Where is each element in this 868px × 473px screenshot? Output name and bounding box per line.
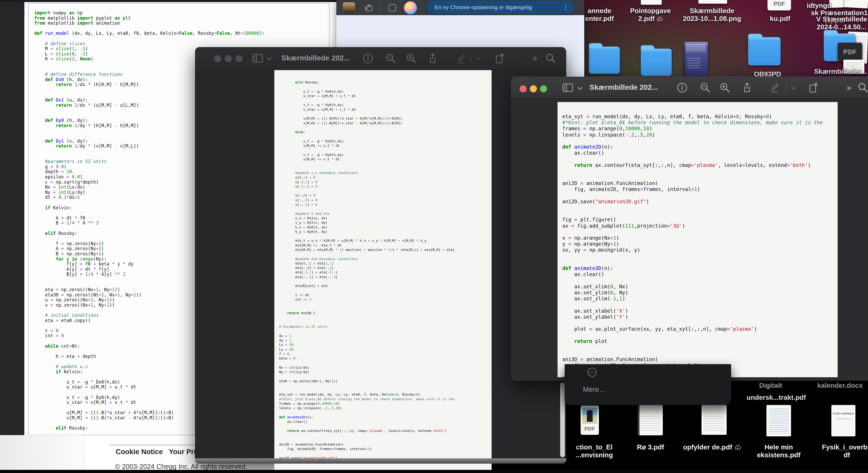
cookie-notice-link[interactable]: Cookie Notice — [116, 448, 163, 456]
pdf-file-icon[interactable] — [702, 405, 727, 435]
zoom-out-icon[interactable] — [385, 53, 396, 64]
preview-window-right: Skærmbillede 202... » eta_xyt = run_mode… — [511, 77, 868, 381]
sidebar-toggle-icon[interactable] — [562, 82, 573, 93]
desktop-file-label[interactable]: ction_to_El...envisning — [571, 443, 618, 459]
sidebar-toggle-icon[interactable] — [252, 53, 263, 64]
zoom-in-icon[interactable] — [719, 82, 730, 93]
desktop-file-label[interactable]: ku.pdf — [762, 15, 798, 23]
pdf-sticker-icon[interactable]: PDF — [838, 43, 862, 61]
desktop-file-label[interactable]: undersk...trakt.pdf — [747, 394, 806, 401]
desktop-file-label[interactable]: Digitalt — [759, 381, 782, 389]
more-toolbar-icon[interactable]: » — [532, 53, 538, 63]
screen: PDF annedeenter.pdf Pointopgave 2.pdf Sk… — [0, 0, 868, 473]
code-line: v[:,-2] = 0 — [279, 198, 492, 202]
minimize-button[interactable] — [225, 55, 232, 62]
code-line: v[:,-1] = 0 — [279, 202, 492, 207]
profile-avatar[interactable] — [404, 1, 417, 14]
folder-icon[interactable] — [589, 46, 620, 74]
minimize-button[interactable] — [530, 85, 537, 92]
close-button[interactable] — [214, 55, 221, 62]
code-line — [279, 252, 492, 257]
zoom-in-icon[interactable] — [406, 53, 417, 64]
code-line: Lx = 10. — [279, 342, 492, 347]
markup-pencil-icon[interactable] — [456, 53, 467, 64]
previewed-image[interactable]: elif Rossby: u_t = -g * Dx0(h,dx) u_star… — [274, 70, 492, 473]
zoom-button[interactable] — [540, 85, 547, 92]
code-line: #update eta boundary conditions — [279, 257, 492, 261]
folder-icon[interactable] — [641, 49, 672, 76]
code-line — [279, 134, 492, 139]
desktop-file-label[interactable]: Skærmbillede2023-10...1.08.png — [678, 7, 746, 23]
code-line — [279, 234, 492, 238]
desktop-file-label[interactable]: kalender.docx — [817, 381, 863, 389]
desktop-file-label[interactable]: Pointopgave 2.pdf — [627, 7, 674, 23]
chevron-down-icon[interactable] — [577, 86, 583, 90]
code-line — [562, 277, 838, 283]
code-line — [279, 433, 492, 437]
code-line — [279, 329, 492, 333]
code-line — [562, 259, 838, 265]
info-icon[interactable] — [363, 53, 374, 64]
code-line — [562, 205, 838, 211]
book-icon[interactable] — [684, 42, 708, 76]
kebab-menu-icon[interactable]: ⋮ — [562, 4, 575, 11]
info-icon[interactable] — [677, 82, 688, 93]
window-top-edge — [0, 0, 336, 2]
folder-icon[interactable] — [748, 37, 781, 65]
code-line — [562, 332, 838, 338]
desktop-file-label[interactable]: 2024-0...14.50... — [817, 23, 866, 31]
code-line: frames = np.arange(0,10000,10) — [279, 401, 492, 406]
search-icon[interactable] — [858, 82, 868, 93]
pdf-file-icon[interactable] — [767, 405, 791, 436]
desktop-file-label[interactable]: Rø 3.pdf — [636, 443, 665, 451]
desktop-file-label[interactable]: idtyngd — [807, 2, 831, 9]
share-icon[interactable] — [742, 82, 752, 93]
code-line: x = np.arange(Nx+1) — [562, 235, 838, 241]
markup-pencil-icon[interactable] — [769, 82, 780, 93]
chevron-down-icon[interactable] — [476, 57, 481, 61]
code-line: xx, yy = np.meshgrid(x, y) — [562, 247, 838, 253]
extensions-puzzle-icon[interactable] — [364, 3, 374, 13]
desktop-file-label[interactable]: opfylder de.pdf — [681, 443, 743, 451]
code-line: eta[-1,:] = eta[-2,:] — [279, 270, 492, 274]
pdf-file-icon[interactable]: FYSIK I OVERBLIK — [831, 405, 856, 436]
titlebar[interactable]: Skærmbillede 202... » — [511, 77, 868, 99]
mere-menu-item[interactable]: Mere… — [583, 385, 606, 394]
extension-icon[interactable] — [343, 2, 355, 13]
desktop-file-label[interactable]: Hele mineksistens.pdf — [756, 443, 801, 459]
more-toolbar-icon[interactable]: » — [846, 82, 852, 93]
code-line — [279, 98, 492, 103]
rotate-icon[interactable] — [494, 53, 505, 64]
code-line: eta[:,-1] = eta[:,-2] — [279, 275, 492, 279]
screen-bottom-edge — [0, 470, 868, 473]
file-thumbnail[interactable] — [699, 0, 727, 4]
ellipsis-circle-icon[interactable] — [587, 367, 597, 377]
panel-icon[interactable] — [388, 3, 397, 13]
pdf-file-icon[interactable]: PDF — [768, 0, 791, 10]
code-line — [279, 388, 492, 392]
search-icon[interactable] — [545, 53, 556, 64]
previewed-image[interactable]: eta_xyt = run_model(dx, dy, Lx, Ly, eta0… — [558, 102, 838, 377]
chevron-down-icon[interactable] — [266, 57, 272, 61]
code-line: eta3D[cnt] = eta — [279, 283, 492, 288]
chrome-update-notification[interactable]: En ny Chrome-opdatering er tilgængelig ⋮ — [427, 1, 575, 14]
code-line — [34, 36, 329, 41]
close-button[interactable] — [520, 85, 527, 92]
rotate-icon[interactable] — [808, 82, 818, 93]
code-line: u[-2,:] = 0 — [279, 180, 492, 184]
code-line: ax.set_xlim(0, Nx) — [562, 283, 838, 290]
desktop-folder-label[interactable]: Skærmbilleder .. — [814, 67, 867, 75]
titlebar[interactable]: Skærmbillede 202... » — [195, 47, 566, 70]
file-thumbnail[interactable] — [641, 0, 662, 5]
zoom-button[interactable] — [236, 55, 243, 62]
pdf-file-icon[interactable] — [638, 405, 663, 435]
code-line: Ny = int(Ly/dy) — [279, 370, 492, 374]
pdf-file-icon[interactable]: PDF — [581, 406, 599, 435]
desktop-file-label[interactable]: Fysik_i_overblik.pdf — [822, 443, 868, 459]
zoom-out-icon[interactable] — [700, 82, 711, 93]
chevron-down-icon[interactable] — [791, 86, 796, 90]
share-icon[interactable] — [427, 53, 438, 64]
code-line: u[0,:] = 0 — [279, 175, 492, 179]
scrollbar-thumb[interactable] — [560, 382, 565, 457]
file-thumbnail[interactable] — [844, 0, 868, 8]
